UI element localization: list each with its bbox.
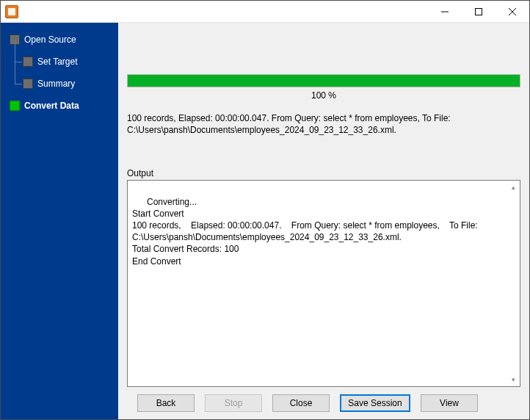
svg-rect-1 — [476, 8, 482, 15]
conversion-summary: 100 records, Elapsed: 00:00:00.047. From… — [127, 112, 520, 136]
progress-bar — [127, 74, 520, 87]
stop-button: Stop — [205, 394, 262, 412]
step-box-icon — [23, 57, 33, 67]
step-summary[interactable]: Summary — [1, 73, 118, 95]
step-label: Set Target — [37, 57, 77, 67]
output-textarea[interactable]: Converting... Start Convert 100 records,… — [127, 180, 520, 387]
progress-percent: 100 % — [127, 90, 520, 101]
progress-fill — [128, 75, 520, 87]
back-button[interactable]: Back — [137, 394, 195, 412]
output-label: Output — [127, 168, 520, 178]
scroll-up-icon[interactable]: ▴ — [507, 181, 519, 193]
step-box-icon — [23, 79, 33, 89]
step-label: Summary — [37, 79, 75, 89]
step-convert-data[interactable]: Convert Data — [1, 95, 118, 117]
wizard-sidebar: Open Source Set Target Summary Convert D… — [1, 23, 118, 419]
step-open-source[interactable]: Open Source — [1, 29, 118, 51]
scroll-down-icon[interactable]: ▾ — [507, 374, 519, 385]
close-window-button[interactable] — [495, 1, 529, 23]
titlebar — [1, 1, 529, 23]
step-label: Open Source — [24, 35, 76, 45]
output-text: Converting... Start Convert 100 records,… — [132, 197, 480, 267]
minimize-button[interactable] — [428, 1, 462, 23]
button-row: Back Stop Close Save Session View — [127, 394, 520, 412]
app-icon — [5, 5, 18, 18]
maximize-button[interactable] — [462, 1, 495, 23]
step-box-icon — [10, 101, 20, 111]
step-label: Convert Data — [24, 101, 79, 111]
save-session-button[interactable]: Save Session — [340, 394, 410, 412]
step-set-target[interactable]: Set Target — [1, 51, 118, 73]
main-panel: 100 % 100 records, Elapsed: 00:00:00.047… — [118, 23, 529, 419]
view-button[interactable]: View — [421, 394, 478, 412]
close-button[interactable]: Close — [272, 394, 330, 412]
